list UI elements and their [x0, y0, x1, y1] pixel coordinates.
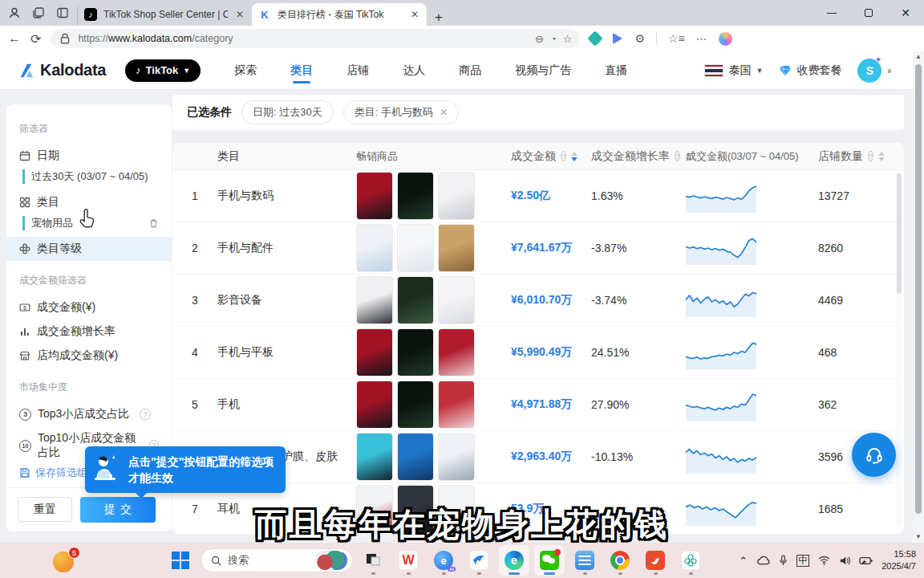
- taskbar-clock[interactable]: 15:58 2025/4/7: [881, 548, 916, 572]
- microphone-icon[interactable]: [779, 555, 788, 566]
- window-close-button[interactable]: ✕: [887, 0, 924, 26]
- category-name-cell[interactable]: 手机与平板: [217, 345, 338, 360]
- extension-gem-icon[interactable]: [588, 31, 604, 47]
- favorite-star-icon[interactable]: ☆: [563, 33, 573, 45]
- filter-gmv[interactable]: $ 成交金额(¥): [19, 295, 159, 320]
- product-thumbnail[interactable]: [438, 433, 475, 481]
- new-tab-button[interactable]: +: [435, 10, 443, 26]
- table-row[interactable]: 1手机与数码¥2.50亿1.63%13727: [172, 170, 904, 222]
- product-thumbnail[interactable]: [397, 172, 434, 220]
- taskbar-wechat[interactable]: [534, 545, 565, 576]
- nav-product[interactable]: 商品: [459, 53, 481, 88]
- category-name-cell[interactable]: 手机与配件: [217, 241, 338, 255]
- scrollbar-thumb[interactable]: [915, 64, 922, 514]
- trash-icon[interactable]: [148, 218, 159, 229]
- table-row[interactable]: 2手机与配件¥7,641.67万-3.87%8260: [172, 222, 904, 275]
- back-button[interactable]: ←: [8, 31, 21, 46]
- product-thumbnail[interactable]: [397, 224, 434, 272]
- product-thumbnail[interactable]: [438, 276, 475, 324]
- taskbar-quark-browser[interactable]: eAI: [428, 545, 459, 576]
- extensions-puzzle-icon[interactable]: ⚙: [634, 32, 645, 45]
- table-row[interactable]: 4手机与平板¥5,990.49万24.51%468: [172, 327, 904, 379]
- settings-more-icon[interactable]: ⋯: [696, 32, 707, 45]
- tab-tiktok-seller-center[interactable]: ♪ TikTok Shop Seller Center | Cross ✕: [77, 3, 252, 26]
- window-minimize-button[interactable]: —: [813, 0, 850, 26]
- col-gmv-growth[interactable]: 成交金额增长率?: [574, 149, 669, 164]
- window-restore-button[interactable]: [850, 0, 887, 26]
- address-bar[interactable]: https://www.kalodata.com/category ⊖ ◔ ☆: [51, 29, 580, 48]
- product-thumbnail[interactable]: [397, 433, 434, 481]
- battery-icon[interactable]: [859, 556, 873, 565]
- translate-icon[interactable]: ◔: [550, 33, 557, 45]
- tab-close-icon[interactable]: ✕: [234, 9, 245, 20]
- taskbar-search[interactable]: 搜索: [201, 548, 353, 572]
- chip-date[interactable]: 日期: 过去30天: [241, 100, 334, 124]
- pricing-plan-link[interactable]: 收费套餐: [779, 63, 841, 78]
- account-menu[interactable]: S ✦ ∨: [857, 59, 892, 83]
- nav-live[interactable]: 直播: [605, 53, 627, 88]
- product-thumbnail[interactable]: [438, 224, 475, 272]
- help-icon[interactable]: ?: [868, 151, 873, 161]
- filter-category-level[interactable]: 类目等级: [6, 237, 172, 261]
- sort-icons[interactable]: [878, 152, 885, 161]
- nav-creator[interactable]: 达人: [403, 53, 425, 88]
- product-thumbnail[interactable]: [356, 381, 393, 429]
- product-thumbnail[interactable]: [356, 433, 393, 481]
- start-button[interactable]: [165, 545, 196, 576]
- nav-shop[interactable]: 店铺: [346, 53, 369, 88]
- taskbar-red-app[interactable]: [640, 545, 671, 576]
- taskbar-flower-app[interactable]: [675, 545, 706, 576]
- product-thumbnail[interactable]: [397, 381, 434, 429]
- table-scrollbar[interactable]: [896, 173, 902, 527]
- filter-top3[interactable]: 3 Top3小店成交占比 ?: [19, 402, 159, 426]
- category-name-cell[interactable]: 手机: [217, 397, 338, 412]
- tab-kalodata-category[interactable]: K 类目排行榜 - 泰国 TikTok ✕: [252, 3, 427, 26]
- copilot-icon[interactable]: [719, 32, 732, 46]
- product-thumbnail[interactable]: [356, 172, 393, 220]
- col-gmv[interactable]: 成交金额?: [494, 149, 574, 164]
- product-thumbnail[interactable]: [397, 328, 434, 377]
- page-scrollbar[interactable]: ▲ ▼: [913, 51, 924, 543]
- taskbar-wps[interactable]: W: [393, 545, 424, 576]
- profile-icon[interactable]: [8, 6, 21, 19]
- kalodata-logo[interactable]: Kalodata: [18, 61, 106, 79]
- table-row[interactable]: 5手机¥4,971.88万27.90%362: [172, 379, 904, 431]
- tray-expand-icon[interactable]: ⌃: [739, 555, 748, 567]
- category-name-cell[interactable]: 手机与数码: [217, 189, 338, 203]
- volume-icon[interactable]: [839, 556, 850, 566]
- product-thumbnail[interactable]: [356, 276, 393, 324]
- filter-date-value[interactable]: 过去30天 (03/07 ~ 04/05): [22, 169, 159, 184]
- product-thumbnail[interactable]: [438, 328, 475, 377]
- refresh-button[interactable]: ⟳: [30, 31, 41, 47]
- product-thumbnail[interactable]: [356, 224, 393, 272]
- nav-category[interactable]: 类目: [290, 53, 313, 88]
- filter-date[interactable]: 日期: [19, 144, 159, 168]
- product-thumbnail[interactable]: [438, 172, 475, 220]
- product-thumbnail[interactable]: [397, 276, 434, 324]
- taskbar-chrome[interactable]: [605, 545, 635, 576]
- task-view-button[interactable]: [358, 545, 388, 576]
- onedrive-cloud-icon[interactable]: [756, 556, 770, 565]
- filter-avg-gmv[interactable]: 店均成交金额(¥): [19, 344, 159, 368]
- wifi-icon[interactable]: [818, 556, 830, 565]
- table-row[interactable]: 3影音设备¥6,010.70万-3.74%4469: [172, 275, 904, 327]
- tab-close-icon[interactable]: ✕: [409, 9, 420, 20]
- taskbar-edge-active[interactable]: e: [499, 545, 529, 576]
- customer-service-button[interactable]: [852, 433, 896, 477]
- col-bestsellers[interactable]: 畅销商品: [338, 149, 494, 164]
- platform-selector[interactable]: ♪ TikTok ▼: [125, 59, 201, 82]
- nav-video-ads[interactable]: 视频与广告: [515, 53, 571, 88]
- help-icon[interactable]: ?: [561, 151, 566, 161]
- zoom-out-icon[interactable]: ⊖: [535, 33, 544, 45]
- vertical-tabs-icon[interactable]: [56, 6, 69, 19]
- workspaces-icon[interactable]: [32, 6, 45, 19]
- product-thumbnail[interactable]: [356, 328, 393, 377]
- col-category[interactable]: 类目: [217, 149, 338, 164]
- taskbar-notes[interactable]: [569, 545, 600, 576]
- input-method-indicator[interactable]: 中: [796, 555, 809, 567]
- favorites-bar-icon[interactable]: ☆≡: [668, 32, 685, 45]
- help-icon[interactable]: ?: [140, 409, 151, 420]
- extension-bird-icon[interactable]: [613, 33, 622, 44]
- taskbar-notification-app[interactable]: 5: [53, 548, 77, 572]
- chip-category[interactable]: 类目: 手机与数码✕: [343, 100, 459, 124]
